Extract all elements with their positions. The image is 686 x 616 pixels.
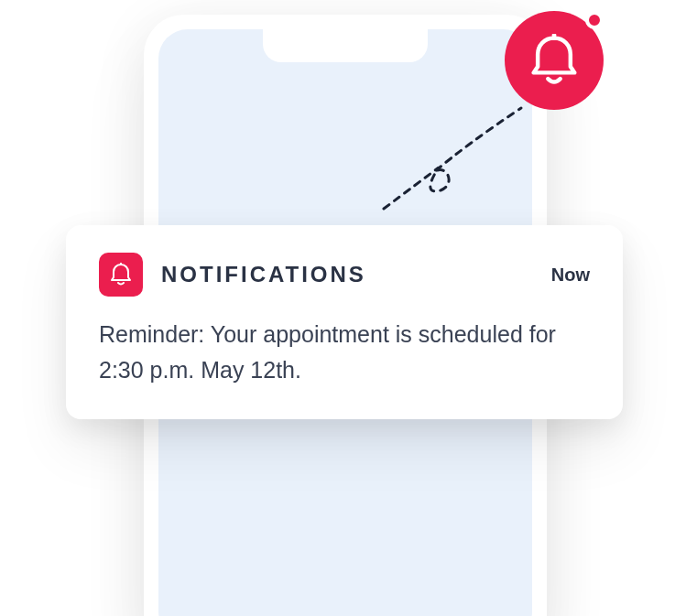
notification-card[interactable]: NOTIFICATIONS Now Reminder: Your appoint… — [66, 225, 623, 419]
notification-title: NOTIFICATIONS — [161, 262, 551, 287]
notification-bell-badge[interactable] — [505, 11, 604, 110]
dashed-arrow-decoration — [375, 90, 558, 218]
notification-timestamp: Now — [551, 265, 590, 286]
notification-message: Reminder: Your appointment is scheduled … — [99, 317, 590, 388]
notification-app-icon — [99, 253, 143, 297]
notification-indicator-dot — [585, 11, 604, 29]
bell-icon — [110, 263, 132, 286]
bell-icon — [529, 34, 579, 87]
notification-header: NOTIFICATIONS Now — [99, 253, 590, 297]
phone-notch — [263, 29, 428, 62]
